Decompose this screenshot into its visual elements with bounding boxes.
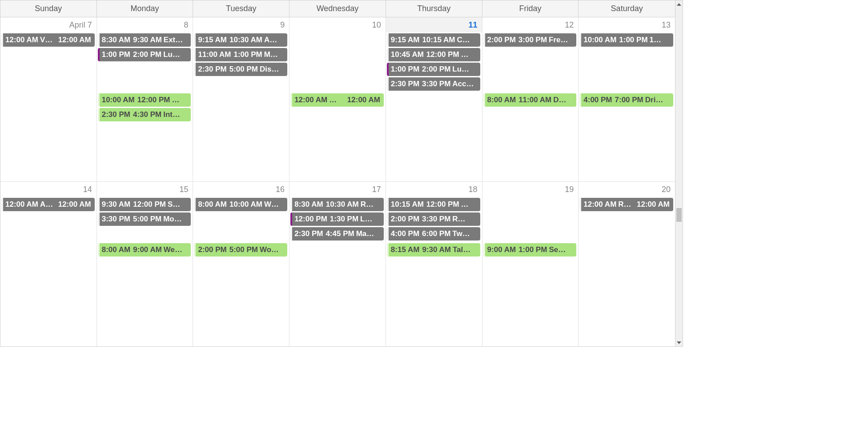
event-start-time: 8:30 AM bbox=[294, 200, 323, 209]
calendar-event[interactable]: 11:00 AM1:00 PMM… bbox=[194, 48, 287, 61]
day-cell[interactable]: 178:30 AM10:30 AMR…12:00 PM1:30 PML…2:30… bbox=[289, 182, 386, 346]
event-title: R… bbox=[452, 215, 465, 224]
event-title: Ma… bbox=[356, 229, 374, 238]
day-cell[interactable]: 1012:00 AM…12:00 AM bbox=[289, 17, 386, 181]
calendar-event[interactable]: 8:30 AM9:30 AMExt… bbox=[98, 33, 191, 47]
calendar-event[interactable]: 8:30 AM10:30 AMR… bbox=[290, 198, 384, 211]
calendar-event[interactable]: 10:00 AM12:00 PM… bbox=[98, 93, 191, 107]
calendar-event[interactable]: 10:15 AM12:00 PM… bbox=[387, 198, 480, 211]
day-number: 8 bbox=[97, 17, 193, 32]
day-cell[interactable]: 99:15 AM10:30 AMA…11:00 AM1:00 PMM…2:30 … bbox=[193, 17, 289, 181]
calendar-event[interactable]: 2:30 PM4:30 PMInt… bbox=[98, 108, 191, 121]
event-title: D… bbox=[553, 96, 566, 104]
event-start-time: 4:00 PM bbox=[391, 229, 419, 238]
calendar-event[interactable]: 8:00 AM9:00 AMWe… bbox=[98, 243, 191, 257]
scroll-down-button[interactable] bbox=[675, 339, 683, 346]
event-title: Acc… bbox=[452, 80, 474, 88]
event-end-time: 11:00 AM bbox=[518, 96, 551, 104]
chevron-up-icon bbox=[677, 3, 681, 6]
event-title: Lu… bbox=[452, 65, 469, 74]
event-title: Int… bbox=[163, 110, 180, 119]
calendar-event[interactable]: 2:00 PM3:00 PMFre… bbox=[483, 33, 577, 47]
calendar-event[interactable]: 2:00 PM3:30 PMR… bbox=[387, 212, 480, 226]
event-end-time: 12:00 PM bbox=[426, 200, 459, 209]
day-events: 10:00 AM1:00 PM1…4:00 PM7:00 PMDri… bbox=[579, 32, 675, 108]
calendar-event[interactable]: 12:00 AMV…12:00 AM bbox=[1, 33, 95, 47]
day-number: 12 bbox=[482, 17, 579, 32]
day-cell[interactable]: 199:00 AM1:00 PMSe… bbox=[482, 182, 579, 346]
calendar-event[interactable]: 10:45 AM12:00 PM… bbox=[387, 48, 480, 61]
calendar-event[interactable]: 2:30 PM5:00 PMDis… bbox=[194, 63, 287, 76]
event-start-time: 10:00 AM bbox=[102, 96, 135, 104]
event-title: Tal… bbox=[453, 245, 470, 254]
event-end-time: 7:00 PM bbox=[615, 96, 643, 104]
event-title: A… bbox=[264, 36, 277, 44]
day-cell[interactable]: 1412:00 AMA…12:00 AM bbox=[0, 182, 97, 346]
weekday-header-monday: Monday bbox=[97, 0, 193, 17]
calendar-event[interactable]: 2:30 PM3:30 PMAcc… bbox=[387, 77, 480, 91]
day-cell[interactable]: 1810:15 AM12:00 PM…2:00 PM3:30 PMR…4:00 … bbox=[386, 182, 482, 346]
calendar-event[interactable]: 9:30 AM12:00 PMS… bbox=[98, 198, 191, 211]
calendar-event[interactable]: 8:00 AM11:00 AMD… bbox=[483, 93, 577, 107]
event-end-time: 10:00 AM bbox=[229, 200, 262, 209]
day-events: 9:15 AM10:30 AMA…11:00 AM1:00 PMM…2:30 P… bbox=[193, 32, 289, 77]
day-cell[interactable]: 168:00 AM10:00 AMW…2:00 PM5:00 PMWo… bbox=[193, 182, 289, 346]
event-start-time: 10:15 AM bbox=[391, 200, 424, 209]
event-start-time: 10:00 AM bbox=[583, 36, 616, 44]
calendar-event[interactable]: 12:00 AMA…12:00 AM bbox=[1, 198, 95, 211]
event-start-time: 2:30 PM bbox=[391, 80, 419, 88]
day-cell[interactable]: 122:00 PM3:00 PMFre…8:00 AM11:00 AMD… bbox=[482, 17, 579, 181]
event-end-time: 9:00 AM bbox=[133, 245, 162, 254]
day-cell[interactable]: April 712:00 AMV…12:00 AM bbox=[0, 17, 97, 181]
calendar-event[interactable]: 3:30 PM5:00 PMMo… bbox=[98, 212, 191, 226]
day-number: 9 bbox=[193, 17, 289, 32]
vertical-scrollbar[interactable] bbox=[675, 0, 683, 346]
weekday-header-thursday: Thursday bbox=[386, 0, 482, 17]
calendar-event[interactable]: 12:00 PM1:30 PML… bbox=[290, 212, 384, 226]
day-number: 18 bbox=[386, 182, 482, 197]
event-end-time: 4:45 PM bbox=[326, 229, 354, 238]
day-events: 12:00 AM…12:00 AM bbox=[289, 32, 386, 108]
calendar-event[interactable]: 1:00 PM2:00 PMLu… bbox=[98, 48, 191, 61]
weekday-header-sunday: Sunday bbox=[0, 0, 97, 17]
calendar-event[interactable]: 8:00 AM10:00 AMW… bbox=[194, 198, 287, 211]
day-events: 9:30 AM12:00 PMS…3:30 PM5:00 PMMo…8:00 A… bbox=[97, 197, 193, 257]
calendar-event[interactable]: 4:00 PM6:00 PMTw… bbox=[387, 227, 480, 241]
day-cell[interactable]: 119:15 AM10:15 AMC…10:45 AM12:00 PM…1:00… bbox=[386, 17, 482, 181]
day-cell[interactable]: 1310:00 AM1:00 PM1…4:00 PM7:00 PMDri… bbox=[579, 17, 675, 181]
calendar-event[interactable]: 4:00 PM7:00 PMDri… bbox=[579, 93, 673, 107]
calendar-event[interactable]: 12:00 AMR…12:00 AM bbox=[579, 198, 673, 211]
day-cell[interactable]: 159:30 AM12:00 PMS…3:30 PM5:00 PMMo…8:00… bbox=[97, 182, 193, 346]
calendar-event[interactable]: 12:00 AM…12:00 AM bbox=[290, 93, 384, 107]
event-title: Lu… bbox=[163, 50, 180, 59]
day-cell[interactable]: 88:30 AM9:30 AMExt…1:00 PM2:00 PMLu…10:0… bbox=[97, 17, 193, 181]
event-end-time: 9:30 AM bbox=[422, 245, 451, 254]
calendar-event[interactable]: 9:15 AM10:30 AMA… bbox=[194, 33, 287, 47]
day-number: 14 bbox=[0, 182, 96, 197]
calendar-event[interactable]: 2:30 PM4:45 PMMa… bbox=[290, 227, 384, 241]
event-title: L… bbox=[360, 215, 372, 224]
day-events: 12:00 AMA…12:00 AM bbox=[0, 197, 96, 212]
scroll-thumb[interactable] bbox=[676, 208, 682, 222]
weekday-header-tuesday: Tuesday bbox=[193, 0, 289, 17]
calendar-event[interactable]: 9:15 AM10:15 AMC… bbox=[387, 33, 480, 47]
event-start-time: 8:00 AM bbox=[487, 96, 516, 104]
calendar-event[interactable]: 8:15 AM9:30 AMTal… bbox=[387, 243, 480, 257]
week-row: April 712:00 AMV…12:00 AM88:30 AM9:30 AM… bbox=[0, 17, 675, 182]
day-cell[interactable]: 2012:00 AMR…12:00 AM bbox=[579, 182, 675, 346]
day-number: 15 bbox=[97, 182, 193, 197]
event-start-time: 3:30 PM bbox=[102, 215, 130, 224]
event-start-time: 4:00 PM bbox=[583, 96, 612, 104]
scroll-up-button[interactable] bbox=[675, 0, 683, 8]
day-events: 2:00 PM3:00 PMFre…8:00 AM11:00 AMD… bbox=[482, 32, 579, 108]
day-number: 17 bbox=[289, 182, 386, 197]
calendar-event[interactable]: 9:00 AM1:00 PMSe… bbox=[483, 243, 577, 257]
calendar-event[interactable]: 1:00 PM2:00 PMLu… bbox=[387, 63, 480, 76]
event-end-time: 1:00 PM bbox=[619, 36, 647, 44]
day-number: 20 bbox=[579, 182, 675, 197]
day-events: 9:00 AM1:00 PMSe… bbox=[482, 197, 579, 257]
calendar-event[interactable]: 2:00 PM5:00 PMWo… bbox=[194, 243, 287, 257]
calendar-event[interactable]: 10:00 AM1:00 PM1… bbox=[579, 33, 673, 47]
event-start-time: 2:00 PM bbox=[198, 245, 226, 254]
day-number: 11 bbox=[386, 17, 482, 32]
